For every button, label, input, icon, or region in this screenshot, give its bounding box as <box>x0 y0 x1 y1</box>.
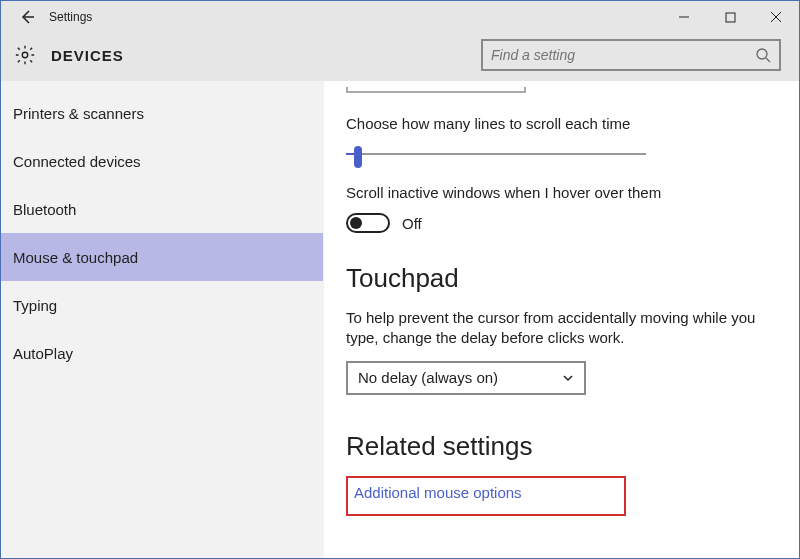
sidebar-item-label: Bluetooth <box>13 201 76 218</box>
minimize-button[interactable] <box>661 1 707 33</box>
delay-dropdown-value: No delay (always on) <box>358 369 498 386</box>
header: DEVICES <box>1 33 799 81</box>
svg-point-2 <box>757 49 767 59</box>
titlebar: Settings <box>1 1 799 33</box>
sidebar-item-mouse-touchpad[interactable]: Mouse & touchpad <box>1 233 323 281</box>
scroll-lines-slider[interactable] <box>346 144 646 164</box>
touchpad-heading: Touchpad <box>346 263 769 294</box>
search-box[interactable] <box>481 39 781 71</box>
content: Choose how many lines to scroll each tim… <box>324 81 799 558</box>
touchpad-desc: To help prevent the cursor from accident… <box>346 308 769 349</box>
search-input[interactable] <box>491 47 755 63</box>
toggle-knob <box>350 217 362 229</box>
additional-mouse-options-link[interactable]: Additional mouse options <box>354 484 522 501</box>
search-icon <box>755 47 771 63</box>
header-title: DEVICES <box>51 47 124 64</box>
slider-track <box>346 153 646 155</box>
gear-icon <box>13 43 37 67</box>
inactive-hover-label: Scroll inactive windows when I hover ove… <box>346 184 769 201</box>
maximize-button[interactable] <box>707 1 753 33</box>
sidebar: Printers & scanners Connected devices Bl… <box>1 81 324 558</box>
close-button[interactable] <box>753 1 799 33</box>
sidebar-item-printers-scanners[interactable]: Printers & scanners <box>1 89 323 137</box>
sidebar-item-connected-devices[interactable]: Connected devices <box>1 137 323 185</box>
delay-dropdown[interactable]: No delay (always on) <box>346 361 586 395</box>
slider-thumb[interactable] <box>354 146 362 168</box>
window-title: Settings <box>45 10 92 24</box>
inactive-hover-state: Off <box>402 215 422 232</box>
inactive-hover-toggle-row: Off <box>346 213 769 233</box>
sidebar-item-label: Printers & scanners <box>13 105 144 122</box>
svg-rect-0 <box>726 13 735 22</box>
sidebar-item-bluetooth[interactable]: Bluetooth <box>1 185 323 233</box>
related-heading: Related settings <box>346 431 769 462</box>
sidebar-item-label: Typing <box>13 297 57 314</box>
svg-point-1 <box>22 52 28 58</box>
sidebar-item-autoplay[interactable]: AutoPlay <box>1 329 323 377</box>
body: Printers & scanners Connected devices Bl… <box>1 81 799 558</box>
sidebar-item-label: AutoPlay <box>13 345 73 362</box>
chevron-down-icon <box>562 372 574 384</box>
settings-window: Settings DEVICES Print <box>0 0 800 559</box>
sidebar-item-label: Mouse & touchpad <box>13 249 138 266</box>
highlight-box: Additional mouse options <box>346 476 626 516</box>
back-button[interactable] <box>9 1 45 33</box>
cutoff-control <box>346 87 526 93</box>
inactive-hover-toggle[interactable] <box>346 213 390 233</box>
scroll-lines-label: Choose how many lines to scroll each tim… <box>346 115 769 132</box>
sidebar-item-label: Connected devices <box>13 153 141 170</box>
sidebar-item-typing[interactable]: Typing <box>1 281 323 329</box>
